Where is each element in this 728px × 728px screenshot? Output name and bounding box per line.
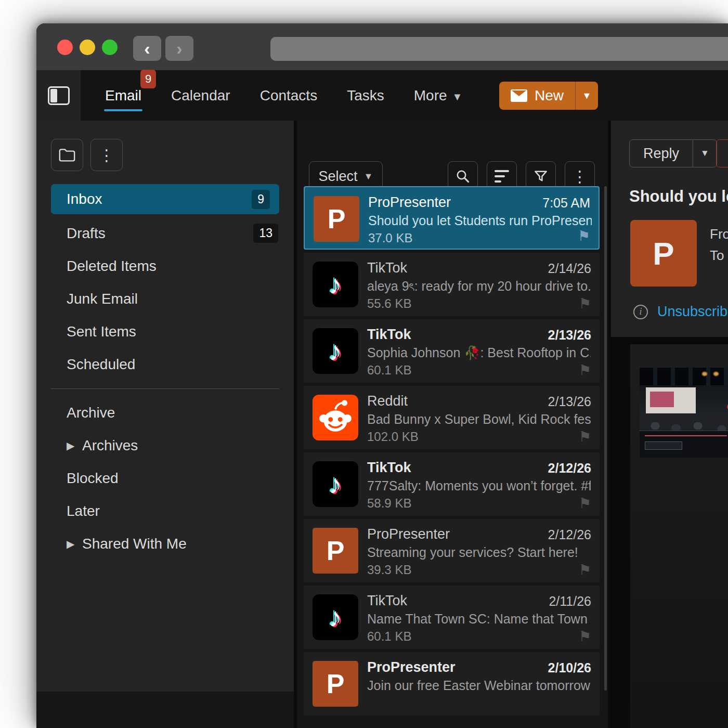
list-scrollbar[interactable] xyxy=(604,186,607,691)
folder-list: Inbox9Drafts13Deleted ItemsJunk EmailSen… xyxy=(36,184,294,560)
sidebar-item-archive[interactable]: Archive xyxy=(36,396,294,429)
zoom-button[interactable] xyxy=(102,40,118,55)
propresenter-avatar: P xyxy=(314,196,359,242)
tab-calendar[interactable]: Calendar xyxy=(170,83,231,108)
folder-divider xyxy=(36,381,294,396)
folder-label: Scheduled xyxy=(67,356,135,373)
new-dropdown-button[interactable]: ▼ xyxy=(575,82,598,110)
flag-icon[interactable]: ⚑ xyxy=(579,562,591,578)
email-preview: Sophia Johnson 🥀: Best Rooftop in C... xyxy=(367,345,591,360)
flag-icon[interactable]: ⚑ xyxy=(579,495,591,512)
expand-arrow-icon[interactable]: ▶ xyxy=(67,439,74,452)
folder-icon xyxy=(58,147,76,163)
email-content: Wh xyxy=(630,344,728,728)
email-sender: TikTok xyxy=(367,460,411,476)
music-note-icon: ♪ xyxy=(329,602,342,633)
email-sender: ProPresenter xyxy=(367,526,450,542)
folder-label: Sent Items xyxy=(67,323,136,340)
sidebar-item-junk-email[interactable]: Junk Email xyxy=(36,282,294,315)
email-list-item[interactable]: PProPresenter2/12/26Streaming your servi… xyxy=(304,519,600,582)
close-button[interactable] xyxy=(57,40,73,55)
new-button[interactable]: New xyxy=(499,82,575,110)
message-list-pane: Select ▼ xyxy=(297,121,608,692)
email-list-item[interactable]: ♪TikTok2/11/26Name That Town SC: Name th… xyxy=(304,586,600,649)
sidebar-item-deleted-items[interactable]: Deleted Items xyxy=(36,250,294,282)
folder-label: Later xyxy=(67,503,100,519)
sidebar-item-archives[interactable]: ▶Archives xyxy=(36,429,294,462)
email-size: 37.0 KB xyxy=(368,231,412,245)
email-list-item[interactable]: ♪TikTok2/12/26777Salty: Moments you won’… xyxy=(304,452,600,516)
unsubscribe-row: i Unsubscribe xyxy=(633,304,728,320)
titlebar: ‹ › xyxy=(36,23,728,70)
flag-icon[interactable]: ⚑ xyxy=(579,295,591,312)
to-label: To xyxy=(710,248,724,263)
reddit-icon xyxy=(313,395,358,440)
sidebar-toggle-button[interactable] xyxy=(36,70,81,121)
back-button[interactable]: ‹ xyxy=(133,36,161,61)
flag-icon[interactable]: ⚑ xyxy=(578,228,590,244)
address-bar[interactable] xyxy=(270,37,728,61)
flag-icon[interactable]: ⚑ xyxy=(579,428,591,445)
reply-button[interactable]: Reply xyxy=(630,140,693,167)
sidebar-item-later[interactable]: Later xyxy=(36,495,294,527)
new-button-label: New xyxy=(535,87,564,104)
kebab-icon: ⋮ xyxy=(572,167,588,186)
email-date: 2/12/26 xyxy=(548,527,591,542)
expand-arrow-icon[interactable]: ▶ xyxy=(67,538,74,550)
sidebar-item-drafts[interactable]: Drafts13 xyxy=(36,217,294,250)
chevron-down-icon: ▼ xyxy=(452,91,463,102)
tab-label: More xyxy=(414,87,447,103)
tab-more[interactable]: More▼ xyxy=(413,83,464,108)
flag-icon[interactable]: ⚑ xyxy=(579,628,591,645)
email-sender: TikTok xyxy=(367,327,411,343)
email-preview: aleya 9ৎ: ready for my 20 hour drive to.… xyxy=(367,279,591,294)
email-size: 55.6 KB xyxy=(367,296,411,311)
new-folder-button[interactable] xyxy=(51,139,83,171)
propresenter-avatar: P xyxy=(313,528,358,574)
delete-button[interactable]: Delete xyxy=(716,139,728,167)
email-list-item[interactable]: ♪TikTok2/14/26aleya 9ৎ: ready for my 20 … xyxy=(304,253,600,316)
email-sender: TikTok xyxy=(367,260,407,276)
tab-contacts[interactable]: Contacts xyxy=(259,83,319,108)
email-size: 58.9 KB xyxy=(367,496,411,511)
email-list-item[interactable]: ♪TikTok2/13/26Sophia Johnson 🥀: Best Roo… xyxy=(304,319,600,383)
email-date: 2/13/26 xyxy=(548,328,591,343)
music-note-icon: ♪ xyxy=(329,335,342,367)
email-list-item[interactable]: Reddit2/13/26Bad Bunny x Super Bowl, Kid… xyxy=(304,386,600,449)
main-area: ⋮ Inbox9Drafts13Deleted ItemsJunk EmailS… xyxy=(36,121,728,728)
tab-tasks[interactable]: Tasks xyxy=(346,83,385,108)
search-icon xyxy=(455,168,471,184)
email-size: 102.0 KB xyxy=(367,430,419,444)
message-body: Wh xyxy=(611,337,728,728)
flag-icon[interactable]: ⚑ xyxy=(579,362,591,379)
message-meta: From To xyxy=(710,224,728,266)
sender-avatar: P xyxy=(630,220,697,287)
sidebar-item-shared-with-me[interactable]: ▶Shared With Me xyxy=(36,527,294,560)
envelope-icon xyxy=(511,89,527,102)
unsubscribe-link[interactable]: Unsubscribe xyxy=(657,304,728,320)
unread-badge: 9 xyxy=(140,70,156,88)
tab-label: Email xyxy=(105,87,141,103)
email-date: 2/11/26 xyxy=(549,594,591,609)
tab-email[interactable]: Email9 xyxy=(104,83,142,108)
email-preview: Streaming your services? Start here! xyxy=(367,545,591,560)
email-list-item[interactable]: PProPresenter7:05 AMShould you let Stude… xyxy=(304,186,600,250)
reply-label: Reply xyxy=(643,146,679,162)
minimize-button[interactable] xyxy=(80,40,95,55)
reply-dropdown-button[interactable]: ▼ xyxy=(693,140,717,167)
from-label: From xyxy=(710,226,728,242)
email-list-item[interactable]: PProPresenter2/10/26Join our free Easter… xyxy=(304,652,600,716)
email-date: 7:05 AM xyxy=(542,196,590,211)
email-sender: TikTok xyxy=(367,593,407,609)
folder-label: Junk Email xyxy=(67,291,138,307)
sidebar-item-inbox[interactable]: Inbox9 xyxy=(51,184,279,214)
sidebar-more-button[interactable]: ⋮ xyxy=(90,139,123,171)
folder-label: Archive xyxy=(67,405,115,421)
sidebar-item-sent-items[interactable]: Sent Items xyxy=(36,315,294,348)
sidebar-item-blocked[interactable]: Blocked xyxy=(36,462,294,495)
tiktok-icon: ♪ xyxy=(313,328,358,374)
app-window: ‹ › Email9CalendarContactsTasksMore▼ New… xyxy=(36,23,728,728)
forward-button[interactable]: › xyxy=(165,36,193,61)
music-note-icon: ♪ xyxy=(329,469,342,500)
sidebar-item-scheduled[interactable]: Scheduled xyxy=(36,348,294,381)
